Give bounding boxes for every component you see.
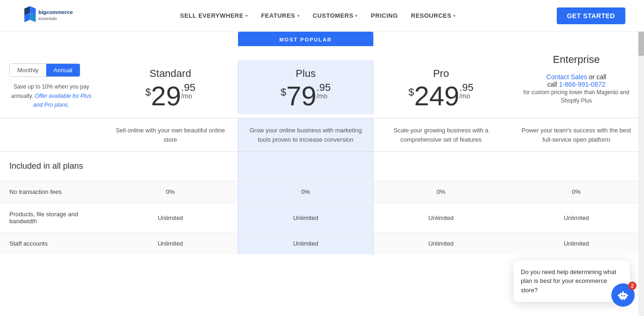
billing-toggle-area: Monthly Annual Save up to 10% when you p… <box>0 59 103 114</box>
included-title-cell: Included in all plans <box>0 152 103 180</box>
no-transaction-plus: 0% <box>238 181 373 203</box>
products-enterprise: Unlimited <box>509 203 644 232</box>
contact-or: or call <box>589 73 606 81</box>
pro-mo: /mo <box>459 93 470 99</box>
chevron-down-icon: ▾ <box>245 14 248 18</box>
nav-pricing[interactable]: PRICING <box>371 12 398 19</box>
pro-price-main: 249 <box>414 82 459 110</box>
get-started-button[interactable]: GET STARTED <box>557 7 625 24</box>
scrollbar[interactable] <box>638 0 644 254</box>
pro-price: $ 249 .95 /mo <box>378 82 504 110</box>
plus-dollar: $ <box>280 87 286 97</box>
staff-accounts-label: Staff accounts <box>0 233 103 254</box>
products-label: Products, file storage and bandwidth <box>0 203 103 232</box>
chevron-down-icon: ▾ <box>297 14 300 18</box>
pro-plan-name: Pro <box>378 68 504 80</box>
included-enterprise-spacer <box>509 152 644 180</box>
feature-row-staff-accounts: Staff accounts Unlimited Unlimited Unlim… <box>0 232 644 254</box>
no-transaction-enterprise: 0% <box>509 181 644 203</box>
logo[interactable]: bigcommerce essentials <box>19 4 79 27</box>
pro-desc: Scale your growing business with a compr… <box>373 118 509 151</box>
staff-accounts-standard: Unlimited <box>103 233 238 254</box>
no-transaction-standard: 0% <box>103 181 238 203</box>
plus-plan-name: Plus <box>243 68 368 80</box>
plus-price: $ 79 .95 /mo <box>243 82 368 110</box>
desc-empty <box>0 118 103 151</box>
included-header-row: Included in all plans <box>0 152 644 180</box>
included-plus-spacer <box>238 152 373 180</box>
staff-accounts-plus: Unlimited <box>238 233 373 254</box>
no-transaction-pro: 0% <box>373 181 509 203</box>
standard-desc: Sell online with your own beautiful onli… <box>103 118 238 151</box>
nav-links: SELL EVERYWHERE ▾ FEATURES ▾ CUSTOMERS ▾… <box>180 12 456 19</box>
feature-row-products: Products, file storage and bandwidth Unl… <box>0 203 644 232</box>
pro-cents: .95 <box>459 82 474 93</box>
included-pro-spacer <box>373 152 509 180</box>
enterprise-sub: for custom pricing lower than Magento an… <box>524 89 630 104</box>
enterprise-contact: Contact Sales or call call 1-866-991-087… <box>513 69 639 110</box>
standard-cents: .95 <box>181 82 196 93</box>
nav-features[interactable]: FEATURES ▾ <box>261 12 300 19</box>
svg-text:bigcommerce: bigcommerce <box>38 9 73 14</box>
no-transaction-label: No transaction fees <box>0 181 103 203</box>
pricing-table: MOST POPULAR Monthly Annual Save up to 1… <box>0 32 644 254</box>
feature-row-no-transaction: No transaction fees 0% 0% 0% 0% <box>0 180 644 203</box>
nav-resources[interactable]: RESOURCES ▾ <box>411 12 456 19</box>
contact-sales-link[interactable]: Contact Sales <box>546 73 587 81</box>
plus-desc: Grow your online business with marketing… <box>238 118 373 151</box>
standard-plan-name: Standard <box>107 68 233 80</box>
standard-plan-col: Standard $ 29 .95 /mo <box>103 60 238 114</box>
contact-call-label: call <box>547 81 559 88</box>
enterprise-desc: Power your team's success with the best … <box>509 118 644 151</box>
phone-link[interactable]: 1-866-991-0872 <box>559 81 606 88</box>
staff-accounts-enterprise: Unlimited <box>509 233 644 254</box>
staff-accounts-pro: Unlimited <box>373 233 509 254</box>
monthly-toggle[interactable]: Monthly <box>10 64 46 76</box>
descriptions-row: Sell online with your own beautiful onli… <box>0 118 644 151</box>
pro-dollar: $ <box>408 87 414 97</box>
plus-price-main: 79 <box>287 82 317 110</box>
included-standard-spacer <box>103 152 238 180</box>
nav-customers[interactable]: CUSTOMERS ▾ <box>313 12 358 19</box>
standard-dollar: $ <box>145 87 151 97</box>
chevron-down-icon: ▾ <box>355 14 358 18</box>
standard-price-main: 29 <box>151 82 182 110</box>
products-standard: Unlimited <box>103 203 238 232</box>
included-section: Included in all plans No transaction fee… <box>0 151 644 254</box>
standard-mo: /mo <box>181 93 192 99</box>
plus-cents-mo: .95 /mo <box>316 82 331 101</box>
products-pro: Unlimited <box>373 203 509 232</box>
standard-price: $ 29 .95 /mo <box>107 82 233 110</box>
save-text: Save up to 10% when you pay annually. Of… <box>9 82 93 110</box>
navbar: bigcommerce essentials SELL EVERYWHERE ▾… <box>0 0 644 32</box>
annual-toggle[interactable]: Annual <box>46 64 80 76</box>
pro-cents-mo: .95 /mo <box>459 82 474 101</box>
nav-sell-everywhere[interactable]: SELL EVERYWHERE ▾ <box>180 12 248 19</box>
included-title: Included in all plans <box>9 161 83 171</box>
plus-mo: /mo <box>316 93 327 99</box>
pro-plan-col: Pro $ 249 .95 /mo <box>373 60 509 114</box>
plus-plan-col: Plus $ 79 .95 /mo <box>238 60 373 114</box>
badge-row: MOST POPULAR <box>0 32 644 46</box>
pro-badge-empty <box>373 32 509 46</box>
enterprise-plan-col: Enterprise Contact Sales or call call 1-… <box>509 46 644 114</box>
products-plus: Unlimited <box>238 203 373 232</box>
plan-header-row: Monthly Annual Save up to 10% when you p… <box>0 46 644 114</box>
chevron-down-icon: ▾ <box>453 14 456 18</box>
badge-empty <box>0 32 103 46</box>
plus-cents: .95 <box>316 82 331 93</box>
standard-badge-empty <box>103 32 238 46</box>
billing-toggle: Monthly Annual <box>9 63 80 77</box>
standard-cents-mo: .95 /mo <box>181 82 196 101</box>
enterprise-badge-empty <box>509 32 644 46</box>
svg-text:essentials: essentials <box>38 16 57 21</box>
most-popular-badge: MOST POPULAR <box>238 32 373 46</box>
enterprise-plan-name: Enterprise <box>513 54 639 66</box>
